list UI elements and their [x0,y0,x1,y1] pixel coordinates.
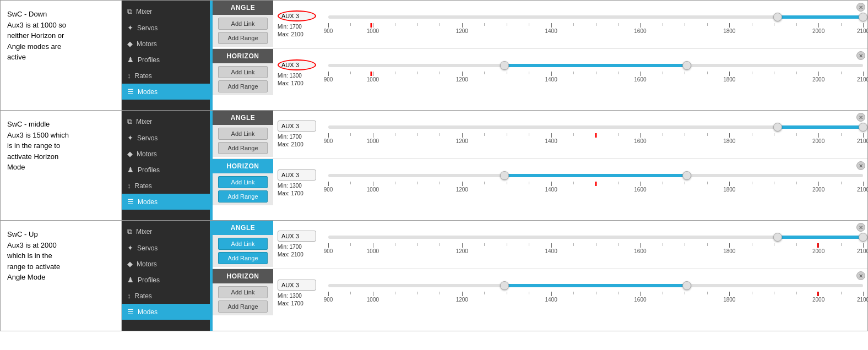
aux-channel-select[interactable]: AUX 1AUX 2AUX 3AUX 4 [278,231,316,242]
tick-line [618,133,619,136]
sidebar-item-modes[interactable]: ☰Modes [122,84,210,100]
aux-select-wrapper: AUX 1AUX 2AUX 3AUX 4 [278,59,324,70]
tick-line [818,72,819,76]
tick-label: 1200 [456,76,468,83]
tick-line [752,182,752,184]
add-range-button[interactable]: Add Range [218,80,268,92]
slider-thumb-left[interactable] [773,13,782,21]
tick-line [573,182,574,184]
slider-track-container [328,169,863,181]
close-button[interactable]: ✕ [856,271,865,280]
mode-row-horizon: HORIZONAdd LinkAdd RangeAUX 1AUX 2AUX 3A… [213,269,867,318]
sidebar-item-servos[interactable]: ✦Servos [122,240,210,256]
sidebar-item-profiles[interactable]: ♟Profiles [122,52,210,68]
slider-fill [778,125,863,129]
tick-line [863,23,864,28]
add-range-button[interactable]: Add Range [218,252,268,264]
add-range-button[interactable]: Add Range [218,32,268,44]
tick-line [729,182,730,186]
slider-thumb-left[interactable] [773,123,782,132]
slider-thumb-left[interactable] [500,171,509,180]
sidebar-item-profiles[interactable]: ♟Profiles [122,162,210,178]
sidebar-item-motors[interactable]: ◆Motors [122,146,210,162]
tick-line [507,243,507,246]
slider-track-container [328,280,863,291]
sidebar-item-rates[interactable]: ↕Rates [122,288,210,304]
add-range-button[interactable]: Add Range [218,190,268,203]
tick-label: 1400 [545,297,557,303]
position-marker [595,182,596,186]
aux-channel-select[interactable]: AUX 1AUX 2AUX 3AUX 4 [278,121,316,132]
slider-thumb-right[interactable] [682,171,691,180]
sidebar-item-label: Rates [135,72,152,80]
tick-line [707,133,708,136]
close-button[interactable]: ✕ [856,161,865,170]
sidebar-item-motors[interactable]: ◆Motors [122,36,210,52]
sidebar-item-rates[interactable]: ↕Rates [122,178,210,194]
tick-label: 900 [324,76,333,83]
tick-line [395,23,395,26]
tick-line [774,182,774,184]
tick-line [685,23,685,26]
slider-thumb-right[interactable] [682,61,691,70]
slider-area: ✕9001000120014001600180020002100 [328,221,867,269]
tick-line [462,72,463,76]
tick-line [796,292,797,294]
sidebar-item-label: Servos [137,134,158,142]
tick-label: 1000 [367,187,379,193]
add-range-button[interactable]: Add Range [218,142,268,154]
sidebar-item-servos[interactable]: ✦Servos [122,20,210,36]
slider-thumb-left[interactable] [500,281,509,290]
slider-thumb-right[interactable] [859,13,867,21]
add-link-button[interactable]: Add Link [218,128,268,140]
add-link-button[interactable]: Add Link [218,176,268,188]
main-container: SwC - Down Aux3 is at 1000 so neither Ho… [0,0,868,331]
tick-line [462,133,463,138]
add-range-button[interactable]: Add Range [218,300,268,313]
main-content: ANGLEAdd LinkAdd RangeAUX 1AUX 2AUX 3AUX… [213,1,867,110]
sidebar-item-mixer[interactable]: ⧉Mixer [122,223,210,240]
sidebar-item-mixer[interactable]: ⧉Mixer [122,3,210,20]
slider-thumb-left[interactable] [773,233,782,242]
tick-line [328,72,329,76]
tick-label: 1600 [634,28,646,34]
aux-channel-select[interactable]: AUX 1AUX 2AUX 3AUX 4 [278,169,316,181]
slider-thumb-right[interactable] [859,123,867,132]
aux-channel-select[interactable]: AUX 1AUX 2AUX 3AUX 4 [278,59,316,70]
add-link-button[interactable]: Add Link [218,18,268,30]
slider-thumb-right[interactable] [859,233,867,242]
aux-select-wrapper: AUX 1AUX 2AUX 3AUX 4 [278,169,324,181]
tick-line [373,182,373,186]
tick-label: 1000 [367,28,379,34]
tick-line [841,72,842,74]
mode-header-angle: ANGLEAdd LinkAdd Range [213,221,273,269]
slider-thumb-right[interactable] [682,281,691,290]
slider-fill [778,15,863,19]
tick-line [863,292,864,296]
close-button[interactable]: ✕ [856,51,865,60]
aux-channel-select[interactable]: AUX 1AUX 2AUX 3AUX 4 [278,280,316,291]
sidebar-item-modes[interactable]: ☰Modes [122,194,210,210]
sidebar-item-label: Modes [138,198,158,206]
mode-buttons-horizon: Add LinkAdd Range [213,283,273,315]
sidebar-item-profiles[interactable]: ♟Profiles [122,272,210,288]
tick-line [663,133,663,136]
sidebar-item-mixer[interactable]: ⧉Mixer [122,113,210,130]
sidebar-item-servos[interactable]: ✦Servos [122,130,210,146]
slider-thumb-left[interactable] [500,61,509,70]
panel-2: SwC - middle Aux3 is 1500 which is in th… [1,111,867,221]
tick-line [507,182,507,184]
mode-header-horizon: HORIZONAdd LinkAdd Range [213,269,273,318]
tick-line [395,292,395,294]
add-link-button[interactable]: Add Link [218,238,268,250]
sidebar-item-motors[interactable]: ◆Motors [122,256,210,272]
position-marker [595,133,596,138]
tick-line [685,72,685,74]
sidebar-item-rates[interactable]: ↕Rates [122,68,210,84]
add-link-button[interactable]: Add Link [218,286,268,298]
sidebar-item-modes[interactable]: ☰Modes [122,304,210,320]
tick-line [350,23,351,26]
tick-line [841,243,842,246]
add-link-button[interactable]: Add Link [218,66,268,78]
aux-channel-select[interactable]: AUX 1AUX 2AUX 3AUX 4 [278,10,316,21]
